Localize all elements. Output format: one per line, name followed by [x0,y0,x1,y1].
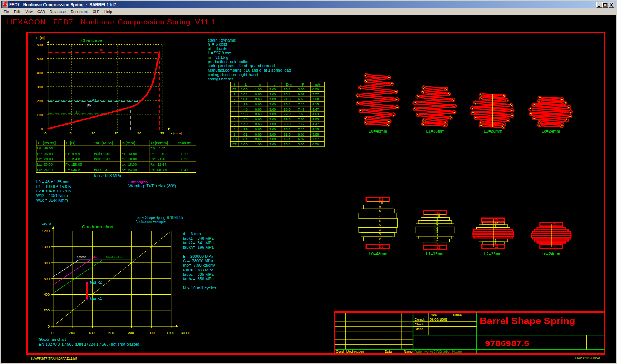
svg-text:4.01: 4.01 [241,132,248,136]
svg-text:I: I [234,82,235,86]
svg-text:R0: 8.45: R0: 8.45 [150,146,165,150]
svg-text:3.00: 3.00 [269,132,276,136]
svg-text:2: 2 [234,97,235,101]
svg-text:3.64: 3.64 [241,137,248,141]
svg-text:3.00: 3.00 [269,142,276,146]
svg-text:0: 0 [51,331,53,335]
svg-text:20: 20 [137,131,141,135]
svg-text:tauk1: 346: tauk1: 346 [94,152,110,156]
svg-text:E2: E2 [436,211,440,215]
svg-text:FED7 Nonlinear Compression S: FED7 Nonlinear Compression Spring - BARR… [9,2,116,7]
svg-text:1.00: 1.00 [255,87,262,91]
svg-text:E2: E2 [379,198,383,201]
svg-text:28.0: 28.0 [284,107,291,111]
svg-text:7.15: 7.15 [298,127,305,131]
svg-text:7: 7 [234,122,235,126]
svg-text:R1: 8.45: R1: 8.45 [150,152,165,156]
svg-text:10: 10 [379,201,383,205]
svg-text:16.4: 16.4 [284,92,291,96]
svg-text:s [mm]: s [mm] [170,131,182,135]
svg-text:L1: 35.00: L1: 35.00 [37,152,53,156]
svg-text:29.3: 29.3 [284,112,291,116]
svg-text:tau k1: tau k1 [90,296,103,300]
svg-text:8: 8 [234,127,235,131]
svg-text:3.00: 3.00 [269,97,276,101]
svg-text:1200: 1200 [42,229,50,233]
svg-text:0.60: 0.60 [255,132,262,136]
svg-text:EN 10270-3-1.4568 (DIN 17224 1: EN 10270-3-1.4568 (DIN 17224 1.4568) not… [39,342,140,346]
svg-text:800: 800 [128,331,134,335]
svg-text:21.5: 21.5 [284,97,291,101]
svg-text:d = 3 mm: d = 3 mm [183,231,201,236]
svg-text:3.68: 3.68 [312,97,319,101]
svg-text:Goodman chart: Goodman chart [39,337,66,342]
svg-text:tauoz= 835 MPa: tauoz= 835 MPa [183,272,214,277]
svg-text:400: 400 [44,292,50,296]
svg-text:0.00: 0.00 [312,142,319,146]
svg-text:4.63: 4.63 [312,117,319,121]
svg-text:0.60: 0.60 [255,92,262,96]
svg-text:4.47: 4.47 [312,122,319,126]
svg-text:L2=28mm: L2=28mm [484,129,502,133]
svg-text:6: 6 [379,219,381,223]
svg-text:F [N]: F [N] [36,36,45,40]
svg-text:Lx: 30.00: Lx: 30.00 [37,162,53,166]
svg-text:0: 0 [48,324,50,328]
svg-text:strain : dynamic: strain : dynamic [208,38,236,42]
svg-text:E1: E1 [436,246,440,249]
svg-text:28.0: 28.0 [284,122,291,126]
svg-text:Fc: Fc [100,48,104,52]
svg-text:16.4: 16.4 [284,142,291,146]
svg-text:n: n [259,82,261,86]
svg-text:sx: 18.00: sx: 18.00 [122,162,137,166]
svg-text:n = 6 coils: n = 6 coils [208,42,227,46]
svg-text:Modification: Modification [346,350,364,353]
svg-text:3.07: 3.07 [312,92,319,96]
svg-text:4.63: 4.63 [312,112,319,116]
svg-text:200: 200 [69,331,75,335]
svg-text:tauk2: 541: tauk2: 541 [94,157,110,161]
svg-text:0.60: 0.60 [255,137,262,141]
svg-text:N > 10 mill.cycles: N > 10 mill.cycles [183,286,217,290]
svg-text:CAD: CAD [37,10,45,14]
svg-text:taukh= 196 MPa: taukh= 196 MPa [183,245,214,249]
svg-text:tauk1= 346 MPa: tauk1= 346 MPa [183,236,214,241]
svg-text:Warning: T<T1relax (80°): Warning: T<T1relax (80°) [128,184,176,188]
svg-text:R [N/mm]: R [N/mm] [151,141,168,145]
svg-text:6: 6 [234,117,235,121]
svg-text:3.00: 3.00 [269,102,276,106]
svg-text:tau z: 998 MPa: tau z: 998 MPa [94,173,122,178]
svg-text:25.4: 25.4 [284,127,291,131]
svg-text:rho= 7.90 kg/dm³: rho= 7.90 kg/dm³ [183,263,215,267]
svg-text:P: P [302,82,304,86]
svg-text:s [mm]: s [mm] [122,141,136,145]
svg-text:5: 5 [69,131,71,135]
svg-text:F1 = 109.9 ± 15.6 N: F1 = 109.9 ± 15.6 N [36,184,71,189]
svg-text:Cond.: Cond. [336,350,345,353]
svg-text:Document: Document [71,10,88,14]
svg-text:29.3: 29.3 [284,117,291,121]
svg-text:400: 400 [37,71,43,75]
svg-text:10: 10 [232,137,237,141]
svg-text:7.63: 7.63 [298,117,305,121]
svg-text:0: 0 [44,131,46,135]
svg-text:Name: Name [404,350,412,353]
svg-text:15: 15 [114,131,118,135]
svg-text:m = 31.15 g: m = 31.15 g [208,55,228,60]
svg-text:spring end pcs. : lined-up and: spring end pcs. : lined-up and ground [208,64,275,68]
svg-text:E1: E1 [379,245,383,248]
svg-text:F1: F1 [76,110,80,114]
svg-text:Lc: 24.00: Lc: 24.00 [37,168,53,172]
svg-text:W0c = 3144 Nmm: W0c = 3144 Nmm [36,198,68,202]
svg-text:Rx: 12.64: Rx: 12.64 [150,162,166,166]
svg-text:4: 4 [379,228,381,232]
svg-text:tau u: tau u [181,331,190,335]
svg-text:Check: Check [415,322,424,326]
svg-text:L2: 28.00: L2: 28.00 [37,157,53,161]
svg-text:600: 600 [37,43,43,47]
svg-text:Fx: Fx [87,103,91,107]
svg-text:06/28/2013 10:41: 06/28/2013 10:41 [575,356,600,360]
svg-text:3: 3 [234,102,235,106]
svg-text:3.00: 3.00 [241,142,248,146]
svg-text:Stand.: Stand. [415,327,424,331]
